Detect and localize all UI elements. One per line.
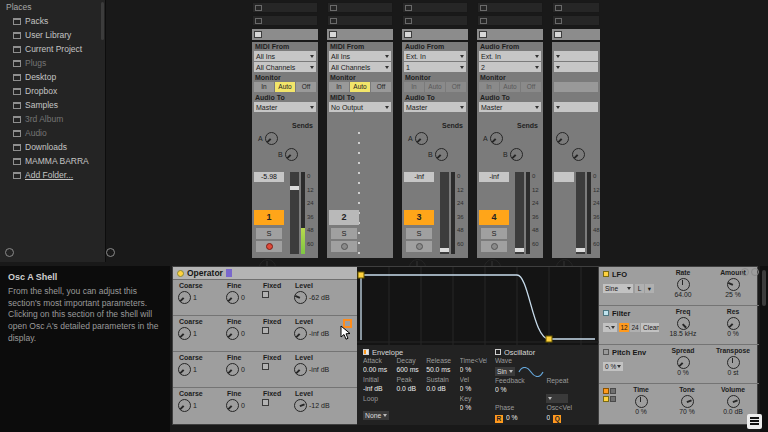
level-knob[interactable] — [294, 291, 307, 304]
send-b-knob[interactable] — [435, 148, 448, 161]
param-value[interactable]: 0.00 ms — [363, 366, 396, 376]
time-knob[interactable] — [635, 395, 648, 408]
input-select[interactable] — [554, 51, 598, 61]
transpose-value[interactable]: 0 st — [711, 369, 755, 378]
sidebar-item[interactable]: User Library — [0, 28, 105, 42]
key-value[interactable]: 0 % — [460, 404, 487, 414]
monitor-off-button[interactable]: Off — [446, 82, 466, 92]
clip-slot[interactable] — [477, 2, 543, 13]
clip-stop-button[interactable] — [479, 31, 487, 38]
output-select[interactable]: Master — [254, 102, 316, 112]
clip-stop-button[interactable] — [254, 31, 262, 38]
input-channel-select[interactable]: All Channels — [329, 62, 391, 72]
browser-scrollbar[interactable] — [101, 2, 104, 40]
input-channel-select[interactable] — [554, 62, 598, 72]
volume-value[interactable]: -inf — [479, 172, 509, 182]
fixed-checkbox[interactable] — [262, 327, 269, 334]
volume-value[interactable]: -inf — [404, 172, 434, 182]
loop-select[interactable]: None — [363, 411, 389, 420]
quantize-button[interactable]: Q — [553, 415, 561, 423]
monitor-off-button[interactable]: Off — [296, 82, 316, 92]
monitor-auto-button[interactable]: Auto — [350, 82, 370, 92]
param-value[interactable]: 0.0 dB — [396, 385, 426, 395]
lfo-shell[interactable]: LFO Sine L ▾ Rate 64.00 Amount 25 % — [599, 267, 759, 306]
coarse-value[interactable]: 1 — [193, 330, 197, 337]
oscvel-value[interactable]: 0 — [546, 414, 550, 424]
fader-handle[interactable] — [576, 248, 585, 252]
sidebar-item[interactable]: Audio — [0, 126, 105, 140]
osc-c-shell[interactable]: Coarse1 Fine0 Fixed Level-inf dB — [173, 352, 357, 388]
phase-value[interactable]: 0 % — [506, 414, 518, 424]
tone-knob[interactable] — [681, 395, 694, 408]
envelope-section-header[interactable]: Envelope — [363, 347, 487, 357]
device-title-bar[interactable]: Operator — [173, 267, 357, 280]
fader-handle[interactable] — [515, 248, 524, 252]
arm-button[interactable] — [256, 241, 282, 252]
monitor-button[interactable] — [554, 82, 598, 92]
volume-fader[interactable] — [290, 172, 299, 254]
sidebar-item[interactable]: Plugs — [0, 56, 105, 70]
sidebar-item[interactable]: Samples — [0, 98, 105, 112]
clip-stop-button[interactable] — [329, 31, 337, 38]
time-value[interactable]: 0 % — [619, 408, 663, 417]
spread-value[interactable]: 0 % — [661, 369, 705, 378]
rate-value[interactable]: 64.00 — [661, 291, 705, 300]
input-select[interactable]: Ext. In — [479, 51, 541, 61]
monitor-auto-button[interactable]: Auto — [425, 82, 445, 92]
fine-value[interactable]: 0 — [241, 330, 245, 337]
output-select[interactable] — [554, 102, 598, 112]
send-a-knob[interactable] — [265, 132, 278, 145]
input-channel-select[interactable]: 2 — [479, 62, 541, 72]
repeat-select[interactable] — [546, 394, 568, 403]
device-view-icon[interactable] — [741, 268, 749, 276]
clip-stop-button[interactable] — [554, 31, 562, 38]
coarse-value[interactable]: 1 — [193, 366, 197, 373]
fixed-checkbox[interactable] — [262, 291, 269, 298]
lfo-sync-button[interactable]: ▾ — [645, 284, 654, 293]
param-value[interactable]: 50.0 ms — [426, 366, 459, 376]
arm-button[interactable] — [406, 241, 432, 252]
level-knob[interactable] — [294, 399, 307, 412]
track-activator-button[interactable]: 2 — [329, 210, 359, 225]
fader-handle[interactable] — [440, 248, 449, 252]
pitch-shell[interactable]: Pitch Env 0 % Spread 0 % Transpose 0 st — [599, 345, 759, 384]
clip-slot[interactable] — [252, 15, 318, 26]
feedback-value[interactable]: 0 % — [495, 386, 547, 396]
param-value[interactable]: 0 % — [460, 385, 487, 395]
fine-knob[interactable] — [226, 291, 239, 304]
res-knob[interactable] — [727, 317, 740, 330]
input-channel-select[interactable]: 1 — [404, 62, 466, 72]
scrollbar-thumb[interactable] — [762, 270, 766, 306]
clip-slot[interactable] — [552, 2, 600, 13]
monitor-in-button[interactable]: In — [479, 82, 499, 92]
coarse-knob[interactable] — [178, 327, 191, 340]
fold-toggle-icon[interactable] — [106, 248, 115, 257]
param-value[interactable]: 600 ms — [396, 366, 426, 376]
osc-d-shell[interactable]: Coarse1 Fine0 Fixed Level-12 dB — [173, 388, 357, 424]
global-shell[interactable]: Time 0 % Tone 70 % Volume 0.0 dB — [599, 384, 759, 423]
level-knob[interactable] — [294, 327, 307, 340]
monitor-in-button[interactable]: In — [329, 82, 349, 92]
monitor-auto-button[interactable]: Auto — [500, 82, 520, 92]
sidebar-item[interactable]: Dropbox — [0, 84, 105, 98]
fine-knob[interactable] — [226, 399, 239, 412]
oscillator-section-header[interactable]: Oscillator — [495, 347, 594, 357]
pitch-on-led[interactable] — [603, 349, 609, 355]
volume-knob[interactable] — [727, 395, 740, 408]
filter-shell[interactable]: Filter 12 24 Clean Freq 18.5 kHz Res 0 % — [599, 306, 759, 345]
filter-type-select[interactable] — [603, 323, 617, 332]
envelope-handle[interactable] — [358, 272, 364, 278]
clip-slot[interactable] — [327, 2, 393, 13]
coarse-value[interactable]: 1 — [193, 402, 197, 409]
sidebar-item[interactable]: Downloads — [0, 140, 105, 154]
solo-button[interactable]: S — [256, 228, 282, 239]
output-select[interactable]: No Output — [329, 102, 391, 112]
fader-handle[interactable] — [290, 186, 299, 190]
input-select[interactable]: All Ins — [254, 51, 316, 61]
envelope-handle[interactable] — [546, 336, 552, 342]
filter-on-led[interactable] — [603, 310, 609, 316]
clip-slot[interactable] — [252, 2, 318, 13]
sidebar-item[interactable]: Add Folder... — [0, 168, 105, 182]
amount-knob[interactable] — [727, 278, 740, 291]
spread-knob[interactable] — [677, 356, 690, 369]
